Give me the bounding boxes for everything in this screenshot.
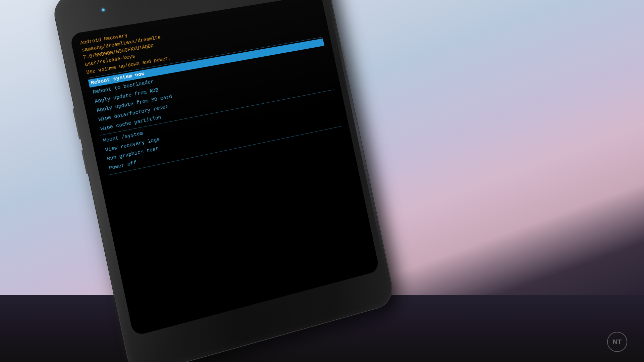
watermark-text: NT — [613, 338, 622, 346]
recovery-screen: Android Recovery samsung/dreamltexx/drea… — [69, 0, 380, 337]
nt-watermark: NT — [607, 332, 627, 352]
led-indicator — [102, 8, 105, 11]
phone-screen: Android Recovery samsung/dreamltexx/drea… — [69, 0, 380, 337]
